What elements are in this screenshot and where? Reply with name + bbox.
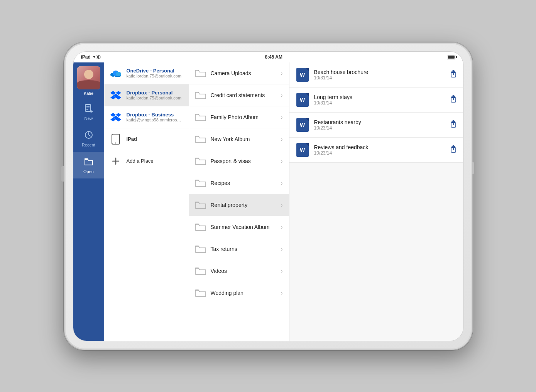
dropbox-business-icon xyxy=(110,111,122,123)
share-icon-restaurants[interactable] xyxy=(450,120,457,130)
folder-panel: Camera Uploads › Credit card statements … xyxy=(189,62,289,341)
folder-name-camera-uploads: Camera Uploads xyxy=(211,70,276,76)
folder-passport[interactable]: Passport & visas › xyxy=(189,150,289,172)
folder-videos[interactable]: Videos › xyxy=(189,260,289,282)
svg-marker-14 xyxy=(116,91,121,95)
folder-tax[interactable]: Tax returns › xyxy=(189,238,289,260)
onedrive-personal-name: OneDrive - Personal xyxy=(127,68,183,74)
status-time: 8:45 AM xyxy=(265,54,282,60)
account-dropbox-personal[interactable]: Dropbox - Personal katie.jordan.75@outlo… xyxy=(104,84,189,106)
dropbox-personal-email: katie.jordan.75@outlook.com xyxy=(127,96,183,100)
nav-label-new: New xyxy=(84,116,93,121)
folder-icon-recipes xyxy=(195,178,206,188)
accounts-panel: OneDrive - Personal katie.jordan.75@outl… xyxy=(104,62,189,341)
status-bar: iPad ▾ ))) 8:45 AM xyxy=(73,52,463,62)
dropbox-business-info: Dropbox - Business katiej@wingtip58.onmi… xyxy=(127,112,183,122)
open-icon xyxy=(84,156,94,168)
svg-line-8 xyxy=(89,135,90,136)
file-icon-reviews: W xyxy=(296,143,309,157)
dropbox-business-name: Dropbox - Business xyxy=(127,112,183,118)
folder-icon-videos xyxy=(195,266,206,276)
chevron-summer: › xyxy=(281,224,283,230)
word-doc-icon: W xyxy=(296,68,309,82)
chevron-credit-card: › xyxy=(281,92,283,98)
add-place-icon xyxy=(110,155,122,167)
folder-name-rental: Rental property xyxy=(211,202,276,208)
folder-name-recipes: Recipes xyxy=(211,180,276,186)
word-doc-icon-4: W xyxy=(296,143,309,157)
share-icon-beach-house[interactable] xyxy=(450,70,457,79)
device-frame: iPad ▾ ))) 8:45 AM Katie xyxy=(64,42,473,350)
device-name: iPad xyxy=(81,54,91,60)
chevron-camera-uploads: › xyxy=(281,70,283,76)
share-icon-long-term[interactable] xyxy=(450,95,457,104)
add-place-label: Add a Place xyxy=(127,158,154,164)
add-place-item[interactable]: Add a Place xyxy=(104,150,189,172)
nav-label-open: Open xyxy=(83,169,94,174)
folder-credit-card[interactable]: Credit card statements › xyxy=(189,84,289,106)
svg-marker-13 xyxy=(110,91,116,95)
folder-icon-wedding xyxy=(195,288,206,298)
nav-item-new[interactable]: New xyxy=(73,99,104,125)
account-dropbox-business[interactable]: Dropbox - Business katiej@wingtip58.onmi… xyxy=(104,106,189,128)
file-info-restaurants: Restaurants nearby 10/23/14 xyxy=(314,119,445,131)
folder-icon-family-photo xyxy=(195,112,206,123)
folder-name-passport: Passport & visas xyxy=(211,158,276,164)
file-icon-beach-house: W xyxy=(296,68,309,82)
folder-rental[interactable]: Rental property › xyxy=(189,194,289,216)
folder-wedding[interactable]: Wedding plan › xyxy=(189,282,289,304)
file-reviews[interactable]: W Reviews and feedback 10/23/14 xyxy=(289,138,463,163)
file-icon-restaurants: W xyxy=(296,118,309,132)
folder-name-new-york: New York Album xyxy=(211,136,276,142)
chevron-new-york: › xyxy=(281,136,283,142)
folder-family-photo[interactable]: Family Photo Album › xyxy=(189,106,289,128)
folder-new-york[interactable]: New York Album › xyxy=(189,128,289,150)
folder-icon-rental xyxy=(195,200,206,210)
nav-item-recent[interactable]: Recent xyxy=(73,125,104,152)
svg-point-12 xyxy=(116,72,121,76)
folder-icon-new-york xyxy=(195,134,206,145)
status-left: iPad ▾ ))) xyxy=(81,54,101,60)
file-long-term[interactable]: W Long term stays 10/31/14 xyxy=(289,87,463,113)
app-body: Katie New xyxy=(73,62,463,341)
folder-camera-uploads[interactable]: Camera Uploads › xyxy=(189,62,289,84)
dropbox-business-email: katiej@wingtip58.onmicrosoft.com xyxy=(127,118,183,122)
folder-name-wedding: Wedding plan xyxy=(211,290,276,296)
folder-recipes[interactable]: Recipes › xyxy=(189,172,289,194)
status-right xyxy=(447,55,455,59)
folder-name-credit-card: Credit card statements xyxy=(211,92,276,98)
word-doc-icon-3: W xyxy=(296,118,309,132)
chevron-family-photo: › xyxy=(281,114,283,120)
new-icon xyxy=(84,103,94,115)
file-restaurants[interactable]: W Restaurants nearby 10/23/14 xyxy=(289,113,463,138)
file-date-beach-house: 10/31/14 xyxy=(314,75,445,81)
file-beach-house[interactable]: W Beach house brochure 10/31/14 xyxy=(289,62,463,87)
file-name-long-term: Long term stays xyxy=(314,94,445,100)
avatar xyxy=(77,66,100,89)
onedrive-personal-info: OneDrive - Personal katie.jordan.75@outl… xyxy=(127,68,183,78)
folder-summer[interactable]: Summer Vacation Album › xyxy=(189,216,289,238)
file-date-long-term: 10/31/14 xyxy=(314,100,445,106)
folder-icon-credit-card xyxy=(195,90,206,101)
folder-icon-tax xyxy=(195,244,206,254)
dropbox-personal-name: Dropbox - Personal xyxy=(127,90,183,96)
battery-icon xyxy=(447,55,455,59)
folder-icon-passport xyxy=(195,156,206,167)
file-info-long-term: Long term stays 10/31/14 xyxy=(314,94,445,106)
onedrive-personal-email: katie.jordan.75@outlook.com xyxy=(127,74,183,78)
folder-icon-summer xyxy=(195,222,206,232)
account-ipad[interactable]: iPad xyxy=(104,128,189,150)
nav-item-open[interactable]: Open xyxy=(73,152,104,178)
chevron-rental: › xyxy=(281,202,283,208)
onedrive-icon xyxy=(110,67,122,79)
wifi-icon: ▾ ))) xyxy=(93,54,101,59)
file-name-restaurants: Restaurants nearby xyxy=(314,119,445,125)
dropbox-personal-info: Dropbox - Personal katie.jordan.75@outlo… xyxy=(127,90,183,100)
chevron-tax: › xyxy=(281,246,283,252)
file-name-beach-house: Beach house brochure xyxy=(314,69,445,75)
share-icon-reviews[interactable] xyxy=(450,145,457,155)
sidebar: Katie New xyxy=(73,62,104,341)
account-onedrive-personal[interactable]: OneDrive - Personal katie.jordan.75@outl… xyxy=(104,62,189,84)
chevron-wedding: › xyxy=(281,290,283,296)
svg-point-24 xyxy=(115,142,116,143)
